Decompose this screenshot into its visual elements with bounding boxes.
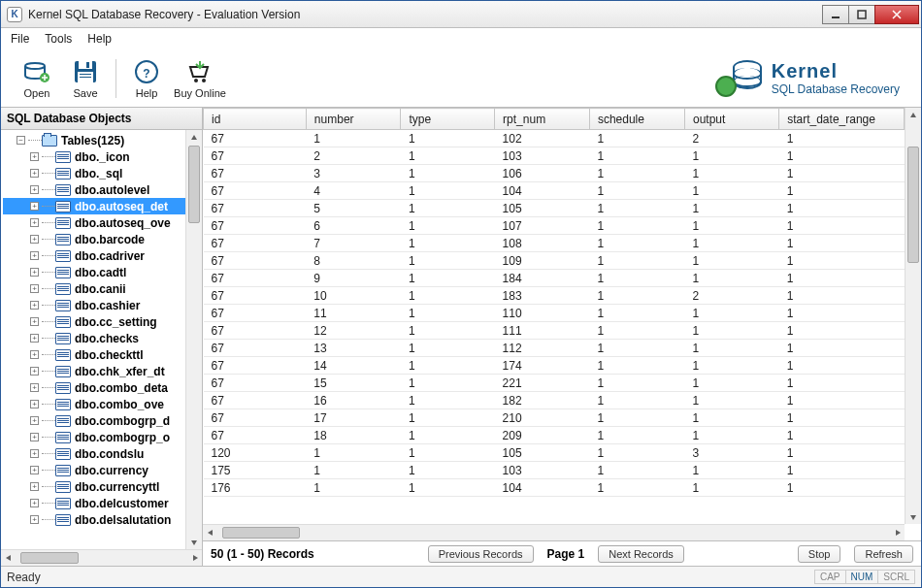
table-row[interactable]: 67111110111 <box>204 305 905 322</box>
tree-item[interactable]: dbo._sql <box>3 165 185 181</box>
tree-item[interactable]: dbo.cc_setting <box>3 313 185 330</box>
svg-rect-5 <box>79 61 92 69</box>
tree-item[interactable]: dbo.cadtl <box>3 264 185 280</box>
tree-item[interactable]: dbo.cashier <box>3 297 185 313</box>
scrollbar-thumb[interactable] <box>222 527 300 539</box>
table-cell: 1 <box>401 462 495 479</box>
maximize-button[interactable] <box>848 5 875 24</box>
table-cell: 1 <box>589 252 684 270</box>
object-tree[interactable]: Tables(125)dbo._icondbo._sqldbo.autoleve… <box>1 130 185 549</box>
table-icon <box>55 465 71 476</box>
table-row[interactable]: 6791184111 <box>204 270 905 287</box>
table-row[interactable]: 17611104111 <box>204 479 905 497</box>
buy-label: Buy Online <box>174 87 226 99</box>
table-cell: 1 <box>684 322 778 340</box>
table-row[interactable]: 6721103111 <box>204 147 905 165</box>
table-row[interactable]: 67141174111 <box>204 357 905 375</box>
table-cell: 111 <box>495 322 590 340</box>
tree-item[interactable]: dbo.checkttl <box>3 346 185 363</box>
table-row[interactable]: 6781109111 <box>204 252 905 270</box>
save-button[interactable]: Save <box>61 53 110 104</box>
data-grid[interactable]: idnumbertyperpt_numscheduleoutputstart_d… <box>203 108 905 524</box>
table-cell: 108 <box>495 235 590 252</box>
grid-horizontal-scrollbar[interactable] <box>203 524 905 540</box>
tree-item[interactable]: dbo.cadriver <box>3 247 185 264</box>
table-row[interactable]: 12011105131 <box>204 444 905 462</box>
tree-item[interactable]: dbo.combogrp_o <box>3 429 185 445</box>
table-cell: 67 <box>204 392 307 409</box>
table-cell: 67 <box>204 217 307 235</box>
table-row[interactable]: 6751105111 <box>204 200 905 217</box>
refresh-button[interactable]: Refresh <box>854 545 913 563</box>
stop-button[interactable]: Stop <box>798 545 841 563</box>
tree-item[interactable]: dbo.autolevel <box>3 181 185 198</box>
tree-item[interactable]: dbo.barcode <box>3 231 185 247</box>
table-cell: 103 <box>495 462 590 479</box>
column-header[interactable]: schedule <box>589 109 684 130</box>
tree-vertical-scrollbar[interactable] <box>185 130 202 549</box>
table-row[interactable]: 17511103111 <box>204 462 905 479</box>
next-records-button[interactable]: Next Records <box>598 545 684 563</box>
tree-item[interactable]: dbo.combogrp_d <box>3 412 185 429</box>
table-cell: 1 <box>589 375 684 392</box>
grid-vertical-scrollbar[interactable] <box>905 108 921 524</box>
menu-tools[interactable]: Tools <box>45 32 72 46</box>
tree-item[interactable]: dbo.combo_ove <box>3 396 185 412</box>
table-cell: 1 <box>589 165 684 182</box>
table-row[interactable]: 67101183121 <box>204 287 905 305</box>
table-row[interactable]: 6771108111 <box>204 235 905 252</box>
scrollbar-thumb[interactable] <box>188 146 200 223</box>
column-header[interactable]: start_date_range <box>779 109 905 130</box>
table-row[interactable]: 6711102121 <box>204 130 905 147</box>
tree-root[interactable]: Tables(125) <box>3 132 185 148</box>
tree-item[interactable]: dbo.autoseq_ove <box>3 214 185 231</box>
table-row[interactable]: 67121111111 <box>204 322 905 340</box>
tree-item[interactable]: dbo.canii <box>3 280 185 297</box>
tree-horizontal-scrollbar[interactable] <box>1 549 202 566</box>
left-panel-header: SQL Database Objects <box>1 108 202 130</box>
table-cell: 67 <box>204 427 307 444</box>
open-button[interactable]: Open <box>13 53 61 104</box>
table-row[interactable]: 6731106111 <box>204 165 905 182</box>
table-row[interactable]: 67151221111 <box>204 375 905 392</box>
menu-help[interactable]: Help <box>87 32 112 46</box>
right-panel: idnumbertyperpt_numscheduleoutputstart_d… <box>203 108 921 566</box>
table-row[interactable]: 67181209111 <box>204 427 905 444</box>
tree-item[interactable]: dbo.currency <box>3 462 185 478</box>
table-cell: 1 <box>589 147 684 165</box>
minimize-button[interactable] <box>822 5 849 24</box>
scrollbar-thumb[interactable] <box>20 552 79 564</box>
column-header[interactable]: type <box>401 109 495 130</box>
table-cell: 1 <box>779 270 905 287</box>
column-header[interactable]: output <box>684 109 778 130</box>
help-button[interactable]: ? Help <box>122 53 171 104</box>
table-row[interactable]: 67171210111 <box>204 409 905 427</box>
table-cell: 1 <box>589 200 684 217</box>
open-label: Open <box>24 87 50 99</box>
tree-item[interactable]: dbo.combo_deta <box>3 379 185 396</box>
close-button[interactable] <box>874 5 919 24</box>
column-header[interactable]: number <box>306 109 401 130</box>
tree-item[interactable]: dbo._icon <box>3 148 185 165</box>
column-header[interactable]: id <box>204 109 307 130</box>
table-cell: 1 <box>401 479 495 497</box>
tree-item[interactable]: dbo.delcustomer <box>3 495 185 511</box>
table-row[interactable]: 6741104111 <box>204 182 905 200</box>
column-header[interactable]: rpt_num <box>495 109 590 130</box>
table-row[interactable]: 6761107111 <box>204 217 905 235</box>
tree-item[interactable]: dbo.condslu <box>3 445 185 462</box>
tree-item[interactable]: dbo.autoseq_det <box>3 198 185 214</box>
menu-file[interactable]: File <box>11 32 29 46</box>
table-row[interactable]: 67131112111 <box>204 340 905 357</box>
previous-records-button[interactable]: Previous Records <box>428 545 534 563</box>
save-icon <box>72 58 99 85</box>
title-bar: K Kernel SQL Database Recovery - Evaluat… <box>1 1 921 28</box>
tree-item[interactable]: dbo.checks <box>3 330 185 346</box>
tree-item[interactable]: dbo.currencyttl <box>3 478 185 495</box>
table-row[interactable]: 67161182111 <box>204 392 905 409</box>
table-cell: 1 <box>779 287 905 305</box>
buy-online-button[interactable]: Buy Online <box>171 53 229 104</box>
scrollbar-thumb[interactable] <box>907 147 919 263</box>
tree-item[interactable]: dbo.chk_xfer_dt <box>3 363 185 379</box>
tree-item[interactable]: dbo.delsalutation <box>3 511 185 528</box>
